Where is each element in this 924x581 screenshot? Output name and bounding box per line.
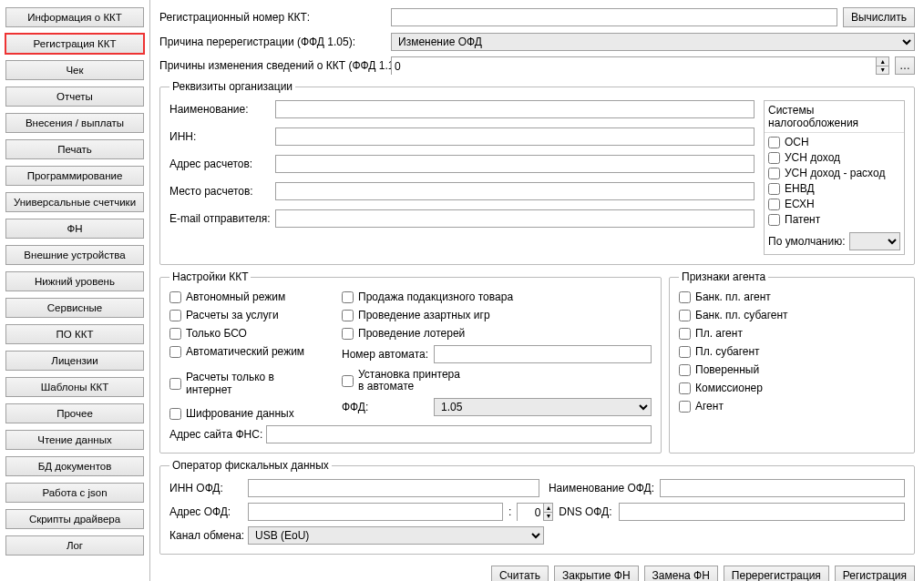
rereg-reason-select[interactable]: Изменение ОФД xyxy=(391,33,915,51)
org-addr-input[interactable] xyxy=(275,155,755,173)
sidebar-item[interactable]: Внешние устройства xyxy=(5,245,144,265)
ofd-dns-input[interactable] xyxy=(619,503,905,521)
agent-item[interactable]: Комиссионер xyxy=(679,382,905,394)
tax-systems-box: Системы налогообложения ОСН УСН доход УС… xyxy=(764,100,905,255)
agent-item[interactable]: Агент xyxy=(679,400,905,413)
reg-button[interactable]: Регистрация xyxy=(835,566,915,581)
rereg-button[interactable]: Перерегистрация xyxy=(724,566,829,581)
sidebar-item[interactable]: Лог xyxy=(5,535,144,556)
autonum-input[interactable] xyxy=(434,345,652,363)
ofd-channel-select[interactable]: USB (EoU) xyxy=(248,526,544,545)
agent-item[interactable]: Банк. пл. агент xyxy=(679,290,905,303)
org-email-input[interactable] xyxy=(275,209,755,228)
sidebar-item[interactable]: Прочее xyxy=(5,403,144,423)
sidebar-item[interactable]: Скрипты драйвера xyxy=(5,509,144,529)
tax-item[interactable]: УСН доход - расход xyxy=(768,167,900,179)
kkt-settings-fieldset: Настройки ККТ Автономный режим Расчеты з… xyxy=(159,270,662,454)
sidebar-item[interactable]: Нижний уровень xyxy=(5,271,144,291)
replace-fn-button[interactable]: Замена ФН xyxy=(644,566,718,581)
spinner-arrows[interactable]: ▲▼ xyxy=(543,504,552,520)
cb-services[interactable]: Расчеты за услуги xyxy=(169,309,320,321)
org-legend: Реквизиты организации xyxy=(169,80,295,93)
ofd-port-spinner[interactable]: ▲▼ xyxy=(517,503,553,521)
change-reasons-input[interactable] xyxy=(392,57,876,76)
ofd-inn-input[interactable] xyxy=(248,479,539,497)
sidebar: Информация о ККТ Регистрация ККТ Чек Отч… xyxy=(0,0,150,581)
ofd-fieldset: Оператор фискальных данных ИНН ОФД: Наим… xyxy=(159,459,915,555)
tax-systems-title: Системы налогообложения xyxy=(765,101,904,133)
tax-item[interactable]: ЕСХН xyxy=(768,198,900,210)
agent-fieldset: Признаки агента Банк. пл. агент Банк. пл… xyxy=(669,270,915,454)
agent-item[interactable]: Банк. пл. субагент xyxy=(679,309,905,321)
sidebar-item[interactable]: Сервисные xyxy=(5,298,144,318)
tax-item[interactable]: УСН доход xyxy=(768,151,900,164)
cb-auto-mode[interactable]: Автоматический режим xyxy=(169,345,320,358)
ofd-port-colon: : xyxy=(508,505,511,518)
calc-button[interactable]: Вычислить xyxy=(843,7,915,27)
org-inn-input[interactable] xyxy=(275,127,755,146)
org-name-input[interactable] xyxy=(275,100,755,118)
ofd-addr-label: Адрес ОФД: xyxy=(169,505,242,518)
cb-only-bso[interactable]: Только БСО xyxy=(169,327,320,340)
org-inn-label: ИНН: xyxy=(169,130,270,143)
sidebar-item[interactable]: Чек xyxy=(5,60,144,80)
tax-item[interactable]: Патент xyxy=(768,213,900,226)
sidebar-item[interactable]: Универсальные счетчики xyxy=(5,192,144,212)
chevron-up-icon[interactable]: ▲ xyxy=(544,504,552,513)
org-email-label: E-mail отправителя: xyxy=(169,212,270,225)
main-panel: Регистрационный номер ККТ: Вычислить При… xyxy=(150,0,924,581)
close-fn-button[interactable]: Закрытие ФН xyxy=(554,566,638,581)
org-place-input[interactable] xyxy=(275,182,755,200)
reg-num-input[interactable] xyxy=(391,8,837,26)
sidebar-item[interactable]: ПО ККТ xyxy=(5,324,144,344)
sidebar-item[interactable]: Отчеты xyxy=(5,87,144,107)
org-addr-label: Адрес расчетов: xyxy=(169,158,270,170)
cb-lottery[interactable]: Проведение лотерей xyxy=(342,327,652,340)
agent-item[interactable]: Пл. субагент xyxy=(679,345,905,358)
ofd-name-input[interactable] xyxy=(660,479,905,497)
sidebar-item[interactable]: Лицензии xyxy=(5,351,144,371)
chevron-down-icon[interactable]: ▼ xyxy=(877,66,888,75)
ofd-port-input[interactable] xyxy=(518,504,543,522)
chevron-up-icon[interactable]: ▲ xyxy=(877,57,888,66)
tax-item[interactable]: ОСН xyxy=(768,136,900,148)
cb-encrypt[interactable]: Шифрование данных xyxy=(169,407,320,420)
ofd-dns-label: DNS ОФД: xyxy=(559,505,613,518)
cb-excise[interactable]: Продажа подакцизного товара xyxy=(342,290,652,303)
sidebar-item[interactable]: Регистрация ККТ xyxy=(5,34,144,54)
sidebar-item[interactable]: Программирование xyxy=(5,166,144,186)
tax-default-select[interactable] xyxy=(849,232,901,250)
agent-item[interactable]: Поверенный xyxy=(679,363,905,376)
cb-internet-only[interactable]: Расчеты только в интернет xyxy=(169,371,320,396)
agent-item[interactable]: Пл. агент xyxy=(679,327,905,340)
ofd-channel-label: Канал обмена: xyxy=(169,529,242,542)
reg-num-label: Регистрационный номер ККТ: xyxy=(159,11,385,24)
footer-buttons: Считать Закрытие ФН Замена ФН Перерегист… xyxy=(159,566,915,581)
fns-label: Адрес сайта ФНС: xyxy=(169,428,261,441)
sidebar-item[interactable]: Работа с json xyxy=(5,483,144,503)
ffd-select[interactable]: 1.05 xyxy=(434,398,652,416)
read-button[interactable]: Считать xyxy=(491,566,549,581)
org-name-label: Наименование: xyxy=(169,103,270,116)
tax-default-label: По умолчанию: xyxy=(768,235,846,248)
org-fieldset: Реквизиты организации Наименование: ИНН:… xyxy=(159,80,915,265)
sidebar-item[interactable]: БД документов xyxy=(5,456,144,476)
sidebar-item[interactable]: ФН xyxy=(5,219,144,239)
cb-autonomous[interactable]: Автономный режим xyxy=(169,290,320,303)
ofd-addr-input[interactable] xyxy=(248,503,503,521)
sidebar-item[interactable]: Внесения / выплаты xyxy=(5,113,144,133)
sidebar-item[interactable]: Печать xyxy=(5,139,144,159)
change-reasons-spinner[interactable]: ▲▼ xyxy=(391,56,889,75)
sidebar-item[interactable]: Чтение данных xyxy=(5,430,144,450)
ofd-name-label: Наименование ОФД: xyxy=(545,482,654,494)
tax-item[interactable]: ЕНВД xyxy=(768,182,900,195)
spinner-arrows[interactable]: ▲▼ xyxy=(876,57,888,74)
change-reasons-ellipsis-button[interactable]: … xyxy=(895,56,915,75)
chevron-down-icon[interactable]: ▼ xyxy=(544,513,552,521)
cb-gambling[interactable]: Проведение азартных игр xyxy=(342,309,652,321)
cb-printer-in-auto[interactable]: Установка принтера в автомате xyxy=(342,369,652,392)
sidebar-item[interactable]: Шаблоны ККТ xyxy=(5,377,144,397)
fns-input[interactable] xyxy=(266,425,652,443)
sidebar-item[interactable]: Информация о ККТ xyxy=(5,7,144,27)
org-place-label: Место расчетов: xyxy=(169,185,270,198)
